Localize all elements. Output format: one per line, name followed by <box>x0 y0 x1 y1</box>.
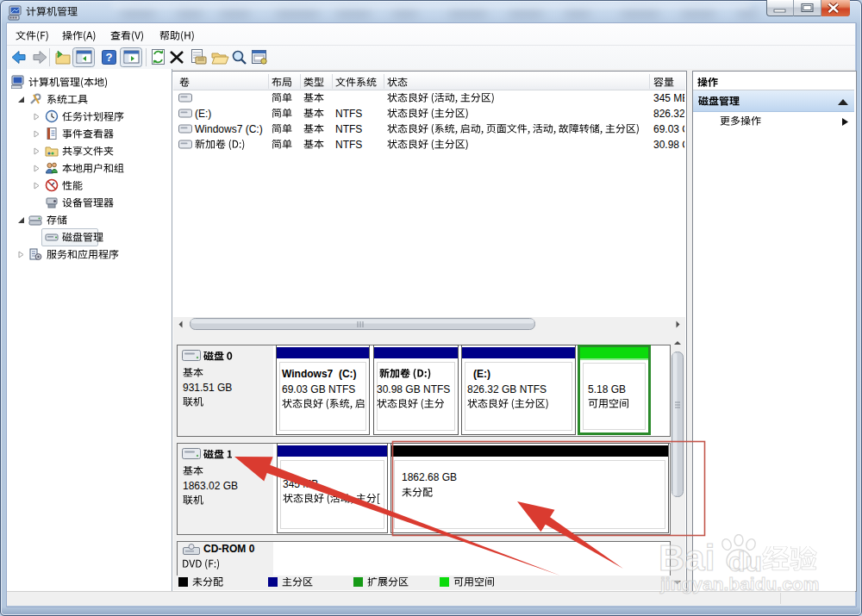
svg-text:?: ? <box>106 51 113 64</box>
